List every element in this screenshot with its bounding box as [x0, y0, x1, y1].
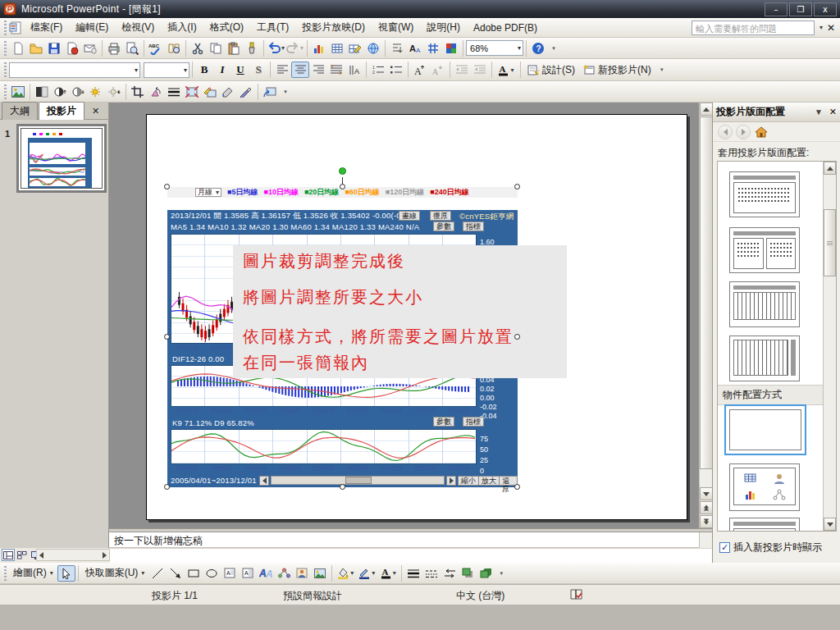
rotate-handle[interactable] [339, 167, 346, 175]
selection-handle-bottom-left[interactable] [164, 484, 170, 490]
restore-button[interactable]: ❐ [789, 2, 812, 16]
vertical-text-box-button[interactable]: A [239, 565, 257, 582]
layout-list-scrollbar[interactable] [823, 162, 836, 531]
chart-undo-button[interactable]: 復原 [430, 211, 451, 221]
rotate-left-button[interactable] [147, 84, 165, 100]
align-right-button[interactable] [309, 62, 327, 78]
close-document-icon[interactable]: ✕ [827, 22, 835, 34]
selection-handle-top-right[interactable] [514, 184, 520, 189]
email-button[interactable] [81, 40, 99, 57]
menu-format[interactable]: 格式(O) [203, 18, 250, 37]
bold-button[interactable]: B [195, 62, 213, 78]
dash-style-button[interactable] [422, 565, 441, 582]
toolbar-gripper[interactable] [4, 84, 7, 99]
scroll-right-button[interactable] [446, 476, 456, 486]
text-box-button[interactable]: A [221, 565, 239, 582]
selection-handle-bottom-right[interactable] [514, 484, 520, 490]
zoom-in-button[interactable]: 放大 [478, 476, 500, 486]
drawing-line-style-button[interactable] [404, 565, 422, 582]
instruction-text-box[interactable]: 圖片裁剪調整完成後 將圖片調整所要之大小 依同樣方式，將所需要之圖片放置 在同一… [233, 245, 567, 378]
insert-hyperlink-button[interactable] [364, 40, 382, 57]
redo-button[interactable]: ▾ [285, 40, 304, 57]
close-button[interactable]: x [814, 2, 837, 16]
draw-line-button[interactable]: 畫線 [399, 211, 420, 221]
open-button[interactable] [27, 40, 45, 57]
format-painter-button[interactable] [243, 40, 261, 57]
list-scrollbar-thumb[interactable] [824, 209, 836, 276]
draw-menu-button[interactable]: 繪圖(R)▾ [9, 565, 57, 581]
shadow-style-button[interactable] [459, 565, 477, 582]
layout-title-text[interactable] [729, 171, 800, 217]
line-color-button[interactable]: ▾ [356, 565, 377, 582]
home-icon[interactable] [754, 126, 769, 139]
selection-handle-mid-right[interactable] [514, 334, 520, 340]
layout-content[interactable] [729, 463, 800, 511]
undo-dropdown-icon[interactable]: ▾ [281, 44, 285, 52]
show-formatting-button[interactable]: AA [406, 40, 424, 57]
expand-all-button[interactable] [388, 40, 406, 57]
toolbar-options-chevron[interactable]: ▾ [657, 62, 667, 78]
fill-color-button[interactable]: ▾ [335, 565, 356, 582]
layout-title-two-column-text[interactable] [729, 227, 800, 273]
print-button[interactable] [105, 40, 123, 57]
indicator-button[interactable]: 指標 [463, 221, 484, 231]
menu-view[interactable]: 檢視(V) [115, 18, 161, 37]
recolor-picture-button[interactable] [201, 84, 219, 100]
decrease-indent-button[interactable] [453, 62, 471, 78]
paste-button[interactable] [225, 40, 243, 57]
compress-pictures-button[interactable] [183, 84, 201, 100]
toolbar-gripper[interactable] [4, 62, 7, 77]
save-button[interactable] [45, 40, 63, 57]
list-scroll-down-button[interactable] [824, 518, 836, 531]
menu-insert[interactable]: 插入(I) [161, 18, 203, 37]
color-grayscale-button[interactable] [442, 40, 460, 57]
previous-slide-button[interactable] [700, 501, 713, 514]
design-template-name[interactable]: 預設簡報設計 [283, 589, 342, 603]
increase-indent-button[interactable] [471, 62, 489, 78]
toolbar-options-chevron[interactable]: ▾ [496, 565, 506, 582]
selection-handle-mid-left[interactable] [164, 334, 170, 340]
menu-slideshow[interactable]: 投影片放映(D) [295, 18, 372, 37]
print-preview-button[interactable] [123, 40, 141, 57]
more-brightness-button[interactable] [87, 84, 105, 100]
line-style-button[interactable] [165, 84, 183, 100]
slides-pane-hscrollbar[interactable] [36, 549, 110, 561]
insert-picture-button[interactable] [9, 84, 27, 100]
scrollbar-thumb[interactable] [700, 116, 713, 469]
task-pane-close-icon[interactable]: ✕ [829, 107, 837, 117]
show-on-insert-option[interactable]: ✓ 插入新投影片時顯示 [719, 541, 822, 555]
minimize-button[interactable]: – [765, 2, 788, 16]
wordart-button[interactable]: AA [257, 565, 275, 582]
font-name-combobox[interactable]: ▾ [9, 62, 140, 78]
text-shadow-button[interactable]: S [249, 62, 267, 78]
insert-chart-button[interactable] [310, 40, 328, 57]
task-pane-dropdown-icon[interactable]: ▼ [815, 107, 823, 116]
decrease-font-size-button[interactable]: A [429, 62, 447, 78]
menu-file[interactable]: 檔案(F) [24, 18, 69, 37]
layout-vertical-title-vertical-text[interactable] [729, 336, 800, 381]
arrow-style-button[interactable] [441, 565, 459, 582]
slide-design-button[interactable]: 設計(S) [523, 62, 579, 78]
line-tool-button[interactable] [148, 565, 167, 582]
undo-button[interactable]: ▾ [267, 40, 285, 57]
question-box-dropdown-icon[interactable]: ▾ [819, 24, 823, 31]
drawing-font-color-dropdown-icon[interactable]: ▾ [393, 569, 396, 577]
crop-button[interactable] [129, 84, 147, 100]
language-indicator[interactable]: 中文 (台灣) [456, 589, 504, 603]
pane-close-icon[interactable]: ✕ [92, 106, 99, 116]
italic-button[interactable]: I [213, 62, 231, 78]
notes-pane[interactable]: 按一下以新增備忘稿 [109, 532, 699, 548]
distribute-button[interactable] [327, 62, 345, 78]
new-button[interactable] [9, 40, 27, 57]
underline-button[interactable]: U [231, 62, 249, 78]
line-color-dropdown-icon[interactable]: ▾ [372, 569, 375, 577]
insert-picture-from-file-button[interactable] [311, 565, 329, 582]
scroll-left-button[interactable] [259, 476, 269, 486]
layout-blank-selected[interactable] [724, 404, 806, 455]
next-slide-button[interactable] [700, 515, 713, 528]
permission-button[interactable] [63, 40, 81, 57]
toolbar-options-chevron[interactable]: ▾ [549, 40, 559, 57]
new-slide-button[interactable]: 新投影片(N) [579, 62, 655, 78]
autoshapes-menu-button[interactable]: 快取圖案(U)▾ [81, 565, 149, 581]
copy-button[interactable] [207, 40, 225, 57]
